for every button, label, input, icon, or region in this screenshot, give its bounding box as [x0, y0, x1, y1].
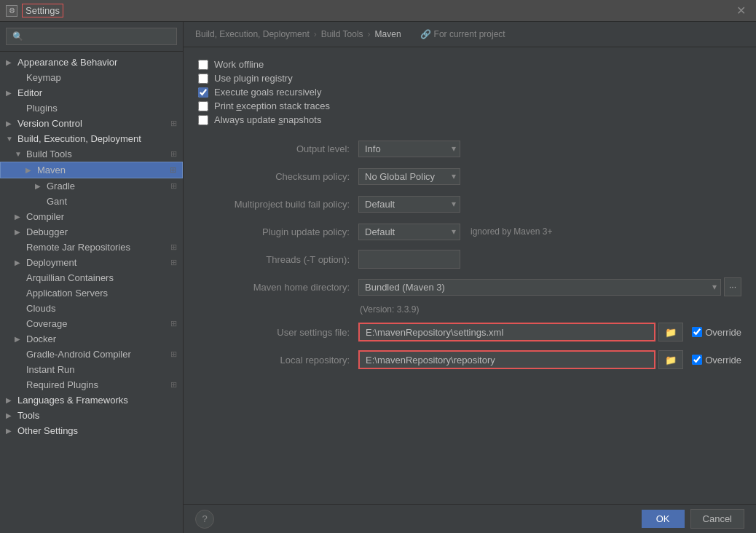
sidebar-item-clouds[interactable]: Clouds — [0, 301, 183, 316]
sidebar-item-version-control[interactable]: ▶ Version Control ⊞ — [0, 116, 183, 131]
close-button[interactable]: ✕ — [732, 2, 750, 19]
arrow-icon: ▶ — [15, 228, 23, 236]
execute-goals-label[interactable]: Execute goals recursively — [214, 87, 321, 98]
checkbox-section: Work offline Use plugin registry Execute… — [198, 58, 741, 127]
settings-body: Work offline Use plugin registry Execute… — [184, 47, 756, 504]
local-repo-browse-button[interactable]: 📁 — [658, 350, 683, 369]
sidebar-item-label: Version Control — [17, 118, 82, 129]
user-settings-browse-button[interactable]: 📁 — [658, 323, 683, 341]
execute-goals-checkbox[interactable] — [198, 87, 208, 98]
sidebar-item-label: Instant Run — [26, 364, 75, 375]
plugin-update-note: ignored by Maven 3+ — [470, 226, 552, 237]
print-exception-label[interactable]: Print exception stack traces — [214, 100, 330, 111]
sidebar-item-editor[interactable]: ▶ Editor — [0, 85, 183, 100]
maven-home-dropdown[interactable]: Bundled (Maven 3) — [358, 279, 721, 296]
sidebar-item-gradle-android[interactable]: Gradle-Android Compiler ⊞ — [0, 347, 183, 362]
settings-icon: ⊞ — [170, 380, 177, 390]
work-offline-label[interactable]: Work offline — [214, 59, 264, 70]
user-settings-control: 📁 Override — [358, 323, 741, 341]
user-settings-file-wrap: 📁 — [358, 323, 683, 341]
sidebar-item-gant[interactable]: Gant — [0, 194, 183, 209]
plugin-update-dropdown[interactable]: Default Always Never — [358, 224, 460, 240]
sidebar-item-gradle[interactable]: ▶ Gradle ⊞ — [0, 178, 183, 194]
breadcrumb-tag: 🔗 For current project — [420, 29, 505, 39]
sidebar-item-app-servers[interactable]: Application Servers — [0, 285, 183, 301]
sidebar-item-label: Deployment — [26, 257, 76, 268]
title-bar-left: ⚙ Settings — [6, 4, 63, 17]
sidebar-item-other-settings[interactable]: ▶ Other Settings — [0, 423, 183, 438]
sidebar-item-label: Gradle-Android Compiler — [26, 349, 131, 360]
use-plugin-registry-label[interactable]: Use plugin registry — [214, 73, 293, 84]
sidebar-item-languages[interactable]: ▶ Languages & Frameworks — [0, 392, 183, 408]
sidebar-item-plugins[interactable]: Plugins — [0, 100, 183, 116]
sidebar-item-compiler[interactable]: ▶ Compiler — [0, 209, 183, 224]
sidebar-item-build-tools[interactable]: ▼ Build Tools ⊞ — [0, 146, 183, 162]
user-settings-override-label[interactable]: Override — [705, 327, 741, 338]
sidebar-item-keymap[interactable]: Keymap — [0, 70, 183, 85]
use-plugin-registry-checkbox[interactable] — [198, 74, 208, 84]
settings-icon: ⊞ — [170, 149, 177, 159]
multiproject-control: Default Never At End Immediately — [358, 196, 741, 213]
arrow-icon: ▶ — [6, 119, 15, 127]
sidebar-item-build-execution[interactable]: ▼ Build, Execution, Deployment — [0, 131, 183, 146]
multiproject-label: Multiproject build fail policy: — [198, 199, 358, 210]
print-exception-checkbox[interactable] — [198, 101, 208, 111]
breadcrumb-path1: Build, Execution, Deployment — [195, 29, 310, 39]
sidebar-item-label: Gant — [47, 196, 67, 207]
maven-home-control: Bundled (Maven 3) ··· — [358, 277, 741, 296]
sidebar-item-remote-jar[interactable]: Remote Jar Repositories ⊞ — [0, 240, 183, 255]
always-update-checkbox[interactable] — [198, 115, 208, 125]
ok-button[interactable]: OK — [642, 510, 685, 528]
output-level-dropdown[interactable]: Info Debug Verbose — [358, 141, 460, 157]
arrow-icon: ▶ — [6, 89, 15, 97]
sidebar-item-tools[interactable]: ▶ Tools — [0, 408, 183, 423]
output-level-row: Output level: Info Debug Verbose — [198, 138, 741, 159]
sidebar-item-debugger[interactable]: ▶ Debugger — [0, 224, 183, 240]
work-offline-checkbox[interactable] — [198, 60, 208, 70]
local-repo-override-checkbox[interactable] — [692, 355, 702, 365]
maven-home-dropdown-wrap: Bundled (Maven 3) — [358, 279, 721, 296]
sidebar-item-appearance[interactable]: ▶ Appearance & Behavior — [0, 55, 183, 70]
search-input[interactable] — [6, 28, 177, 45]
user-settings-file-input[interactable] — [358, 323, 655, 341]
help-button[interactable]: ? — [195, 510, 214, 529]
multiproject-dropdown[interactable]: Default Never At End Immediately — [358, 196, 460, 213]
bottom-bar: ? OK Cancel — [184, 504, 756, 533]
sidebar-item-maven[interactable]: ▶ Maven ⊞ — [0, 162, 183, 178]
sidebar-item-required-plugins[interactable]: Required Plugins ⊞ — [0, 377, 183, 392]
checksum-policy-dropdown[interactable]: No Global Policy Fail Warn Ignore — [358, 168, 460, 185]
settings-icon: ⊞ — [170, 319, 177, 328]
sidebar-item-arquillian[interactable]: Arquillian Containers — [0, 270, 183, 285]
arrow-icon: ▶ — [15, 335, 23, 343]
user-settings-override-checkbox[interactable] — [692, 327, 702, 337]
settings-icon: ⊞ — [170, 181, 177, 191]
plugin-update-control: Default Always Never ignored by Maven 3+ — [358, 224, 741, 240]
multiproject-dropdown-wrap: Default Never At End Immediately — [358, 196, 460, 213]
search-box — [0, 22, 183, 52]
sidebar-item-deployment[interactable]: ▶ Deployment ⊞ — [0, 255, 183, 270]
local-repo-file-input[interactable] — [358, 350, 655, 369]
user-settings-override-wrap: Override — [692, 327, 741, 338]
sidebar-item-docker[interactable]: ▶ Docker — [0, 331, 183, 347]
threads-input[interactable] — [358, 250, 460, 269]
always-update-label[interactable]: Always update snapshots — [214, 114, 321, 125]
local-repo-file-wrap: 📁 — [358, 350, 683, 369]
output-level-control: Info Debug Verbose — [358, 141, 741, 157]
cancel-button[interactable]: Cancel — [690, 509, 744, 529]
sidebar-item-label: Arquillian Containers — [26, 272, 114, 283]
sidebar-item-label: Tools — [17, 410, 39, 421]
local-repo-override-label[interactable]: Override — [705, 355, 741, 366]
sidebar-item-label: Gradle — [47, 181, 75, 192]
local-repo-control: 📁 Override — [358, 350, 741, 369]
sidebar-item-coverage[interactable]: Coverage ⊞ — [0, 316, 183, 331]
settings-icon: ⊞ — [170, 165, 176, 175]
local-repo-row: Local repository: 📁 Override — [198, 350, 741, 370]
sidebar-item-label: Build, Execution, Deployment — [17, 133, 141, 144]
sidebar-tree: ▶ Appearance & Behavior Keymap ▶ Editor … — [0, 52, 183, 533]
sidebar-item-label: Debugger — [26, 226, 68, 237]
sidebar-item-instant-run[interactable]: Instant Run — [0, 362, 183, 377]
user-settings-label: User settings file: — [198, 327, 358, 338]
sidebar-item-label: Appearance & Behavior — [17, 57, 117, 68]
sidebar-item-label: Editor — [17, 87, 42, 98]
maven-home-browse-button[interactable]: ··· — [724, 277, 741, 296]
